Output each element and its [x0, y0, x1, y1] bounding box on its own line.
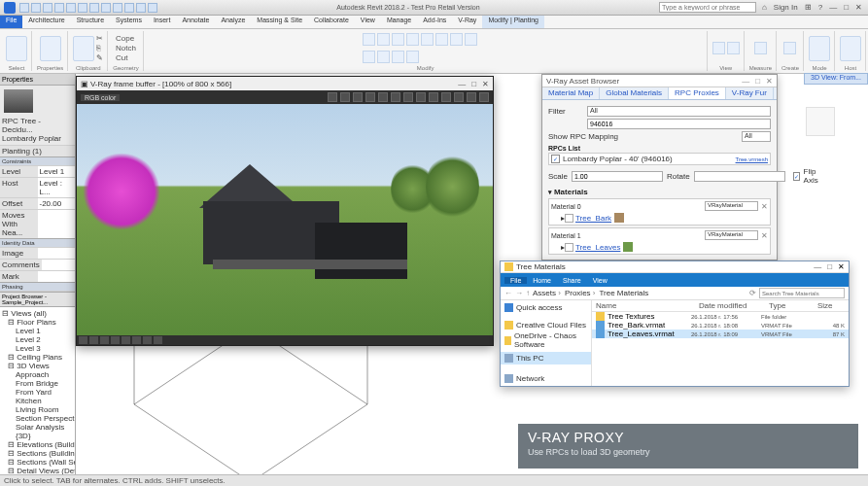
vfb-load-icon[interactable] [340, 92, 350, 102]
tree-item[interactable]: Living Room [2, 405, 73, 414]
create-icon[interactable] [783, 42, 796, 54]
mat1-link[interactable]: Tree_Leaves [575, 243, 620, 252]
scale-icon[interactable] [377, 51, 390, 63]
file-row[interactable]: Tree_Bark.vrmat26.1.2018 г. 18:08VRMAT F… [592, 321, 849, 330]
tab-view[interactable]: View [355, 16, 381, 28]
close-icon[interactable]: ✕ [853, 3, 864, 12]
rpc-item[interactable]: ✓ Lombardy Poplar - 40' (946016) Tree.vr… [548, 153, 771, 165]
qat-sync-icon[interactable] [78, 3, 87, 13]
file-row[interactable]: Tree_Leaves.vrmat26.1.2018 г. 18:09VRMAT… [592, 330, 849, 338]
asset-close-icon[interactable]: ✕ [766, 77, 773, 86]
explorer-maximize-icon[interactable]: □ [827, 262, 832, 271]
mat1-type-dropdown[interactable]: VRayMaterial [705, 230, 758, 240]
copy-icon[interactable]: ⎘ [96, 44, 103, 52]
property-value[interactable]: -20.00 [38, 198, 76, 209]
tab-global-materials[interactable]: Global Materials [600, 87, 669, 99]
type-selector[interactable]: RPC Tree - Decidu... Lombardy Poplar [2, 117, 73, 143]
minimize-icon[interactable]: — [827, 3, 839, 12]
qat-thin-lines-icon[interactable] [124, 3, 134, 13]
tab-modify-planting[interactable]: Modify | Planting [482, 16, 544, 28]
nav-refresh-icon[interactable]: ⟳ [749, 289, 756, 297]
tab-architecture[interactable]: Architecture [22, 16, 70, 28]
mat1-remove-icon[interactable]: ✕ [761, 231, 768, 240]
property-value[interactable]: Level 1 [38, 166, 76, 177]
sidebar-item[interactable]: Quick access [504, 302, 587, 313]
qat-3d-icon[interactable] [101, 3, 111, 13]
array-icon[interactable] [363, 51, 375, 63]
tree-item[interactable]: ⊟ Sections (Wall Section) [2, 458, 73, 467]
vfb-sb-5-icon[interactable] [122, 336, 130, 344]
file-row[interactable]: Tree Textures26.1.2018 г. 17:56File fold… [592, 312, 849, 321]
align-icon[interactable] [363, 33, 375, 46]
cut-icon[interactable]: ✂ [96, 34, 103, 43]
vfb-minimize-icon[interactable]: — [458, 80, 466, 88]
mat0-remove-icon[interactable]: ✕ [761, 202, 768, 211]
nav-fwd-icon[interactable]: → [515, 289, 523, 297]
explorer-close-icon[interactable]: ✕ [838, 262, 845, 271]
edit-family-icon[interactable] [809, 36, 830, 61]
vfb-clear-icon[interactable] [353, 92, 363, 102]
geom-cut-button[interactable]: Cut [116, 53, 136, 62]
tab-addins[interactable]: Add-Ins [417, 16, 452, 28]
rotate-icon[interactable] [435, 33, 448, 46]
vfb-sb-4-icon[interactable] [111, 336, 120, 344]
tree-item[interactable]: ⊟ Elevations (Building Elevation) [2, 440, 73, 449]
explorer-search-input[interactable] [759, 288, 845, 298]
explorer-titlebar[interactable]: Tree Materials — □ ✕ [501, 261, 849, 273]
copy2-icon[interactable] [421, 33, 434, 46]
flip-axis-checkbox[interactable]: ✓ [793, 172, 800, 181]
qat-switch-icon[interactable] [148, 3, 157, 13]
filter-dropdown[interactable]: All [587, 106, 771, 117]
rotate-input[interactable] [694, 171, 785, 182]
sidebar-item[interactable]: Creative Cloud Files [504, 320, 587, 330]
split-icon[interactable] [465, 33, 477, 46]
tree-item[interactable]: {3D} [2, 432, 73, 440]
delete-icon[interactable] [406, 51, 419, 63]
paste-button-icon[interactable] [73, 36, 94, 61]
property-value[interactable]: Level : L... [38, 178, 76, 197]
mat0-enable-checkbox[interactable] [565, 214, 573, 223]
mat0-swatch-icon[interactable] [614, 213, 624, 223]
asset-search-input[interactable] [587, 119, 771, 129]
file-tab[interactable]: File [0, 16, 22, 28]
tab-vray-fur[interactable]: V-Ray Fur [726, 87, 774, 99]
tree-item[interactable]: From Yard [2, 388, 73, 397]
measure-icon[interactable] [754, 42, 767, 54]
qat-measure-icon[interactable] [89, 3, 99, 13]
property-value[interactable] [38, 248, 76, 259]
vfb-mono-icon[interactable] [429, 92, 438, 102]
explorer-view-tab[interactable]: View [587, 277, 613, 284]
tab-vray[interactable]: V-Ray [452, 16, 482, 28]
tab-analyze[interactable]: Analyze [215, 16, 251, 28]
maximize-icon[interactable]: □ [842, 3, 851, 12]
move-icon[interactable] [406, 33, 419, 46]
vfb-sb-6-icon[interactable] [132, 336, 141, 344]
vfb-channel-dropdown[interactable]: RGB color [81, 94, 120, 101]
tree-item[interactable]: ⊟ 3D Views [2, 362, 73, 370]
asset-titlebar[interactable]: V-Ray Asset Browser — □ ✕ [542, 75, 777, 87]
tree-item[interactable]: Level 3 [2, 344, 73, 353]
hide-icon[interactable] [712, 42, 725, 54]
match-icon[interactable]: ✎ [96, 53, 103, 62]
browser-tree[interactable]: ⊟ Views (all)⊟ Floor PlansLevel 1Level 2… [0, 307, 75, 481]
vfb-titlebar[interactable]: ▣ V-Ray frame buffer - [100% of 800 x 56… [77, 77, 493, 90]
tab-annotate[interactable]: Annotate [176, 16, 215, 28]
property-value[interactable] [38, 271, 76, 282]
vfb-sb-8-icon[interactable] [154, 336, 162, 344]
tree-item[interactable]: From Bridge [2, 379, 73, 388]
property-value[interactable] [42, 260, 75, 270]
rpc-checkbox[interactable]: ✓ [551, 155, 560, 163]
exchange-icon[interactable]: ⊞ [803, 3, 814, 12]
materials-header[interactable]: ▾ Materials [548, 188, 771, 196]
cat-identity[interactable]: Identity Data [0, 238, 75, 247]
help-icon[interactable]: ? [816, 3, 824, 12]
mat1-enable-checkbox[interactable] [565, 243, 573, 252]
vfb-sb-3-icon[interactable] [100, 336, 109, 344]
explorer-minimize-icon[interactable]: — [814, 262, 821, 271]
tab-insert[interactable]: Insert [148, 16, 177, 28]
tree-item[interactable]: ⊟ Views (all) [2, 309, 73, 318]
vfb-clone-icon[interactable] [365, 92, 375, 102]
properties-button-icon[interactable] [40, 36, 61, 61]
tree-item[interactable]: ⊟ Ceiling Plans [2, 353, 73, 362]
explorer-share-tab[interactable]: Share [557, 277, 587, 284]
